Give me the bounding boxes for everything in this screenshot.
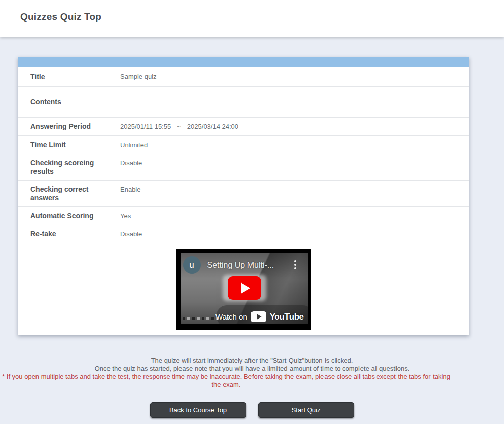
info-row-time-limit: Time Limit Unlimited	[18, 136, 469, 154]
info-row-contents: Contents	[18, 87, 469, 118]
info-row-title: Title Sample quiz	[18, 67, 469, 87]
info-value: Enable	[120, 181, 469, 206]
action-buttons: Back to Course Top Start Quiz	[0, 402, 504, 418]
info-value: Yes	[120, 207, 469, 225]
play-icon	[241, 282, 250, 294]
footer-notes: The quize will start immediately after t…	[0, 357, 504, 389]
info-label: Title	[18, 67, 120, 86]
youtube-embed[interactable]: u Setting Up Multi-... Watch on YouTube	[176, 249, 311, 330]
info-value	[120, 87, 469, 117]
period-separator: ~	[177, 123, 181, 130]
info-value: 2025/01/11 15:55~2025/03/14 24:00	[120, 118, 469, 135]
info-row-retake: Re-take Disable	[18, 225, 469, 243]
info-label: Checking correct answers	[18, 181, 120, 206]
main-content: Title Sample quiz Contents Answering Per…	[0, 57, 504, 418]
info-value: Unlimited	[120, 136, 469, 154]
info-value: Sample quiz	[120, 67, 469, 86]
info-label: Time Limit	[18, 136, 120, 154]
info-row-answering-period: Answering Period 2025/01/11 15:55~2025/0…	[18, 118, 469, 136]
watch-on-youtube-link[interactable]: Watch on YouTube	[215, 311, 304, 322]
info-value: Disable	[120, 154, 469, 180]
note-line-1: The quize will start immediately after t…	[0, 357, 504, 365]
play-button[interactable]	[228, 276, 261, 300]
kebab-menu-icon[interactable]	[294, 260, 296, 269]
accent-bar	[18, 57, 469, 67]
youtube-logo-icon	[251, 311, 266, 322]
warning-note: * If you open multiple tabs and take the…	[0, 373, 452, 389]
info-row-checking-scoring-results: Checking scoreing results Disable	[18, 154, 469, 181]
back-to-course-top-button[interactable]: Back to Course Top	[150, 402, 246, 418]
info-value: Disable	[120, 225, 469, 243]
info-row-automatic-scoring: Automatic Scoring Yes	[18, 207, 469, 225]
period-from: 2025/01/11 15:55	[120, 123, 171, 130]
start-quiz-button[interactable]: Start Quiz	[258, 402, 354, 418]
page-header: Quizzes Quiz Top	[0, 0, 504, 37]
video-title[interactable]: Setting Up Multi-...	[207, 261, 274, 270]
channel-avatar[interactable]: u	[183, 256, 201, 274]
info-row-checking-correct-answers: Checking correct answers Enable	[18, 181, 469, 207]
video-thumbnail[interactable]: u Setting Up Multi-... Watch on YouTube	[181, 253, 308, 324]
info-label: Checking scoreing results	[18, 154, 120, 180]
note-line-2: Once the quiz has started, please note t…	[0, 365, 504, 373]
page-title: Quizzes Quiz Top	[0, 0, 504, 22]
info-label: Automatic Scoring	[18, 207, 120, 225]
quiz-info-card: Title Sample quiz Contents Answering Per…	[18, 57, 469, 335]
info-label: Contents	[18, 87, 120, 117]
youtube-wordmark: YouTube	[270, 312, 304, 322]
info-label: Re-take	[18, 225, 120, 243]
info-label: Answering Period	[18, 118, 120, 135]
video-row: u Setting Up Multi-... Watch on YouTube	[18, 243, 469, 335]
period-to: 2025/03/14 24:00	[187, 123, 238, 130]
watch-on-label: Watch on	[215, 312, 247, 321]
